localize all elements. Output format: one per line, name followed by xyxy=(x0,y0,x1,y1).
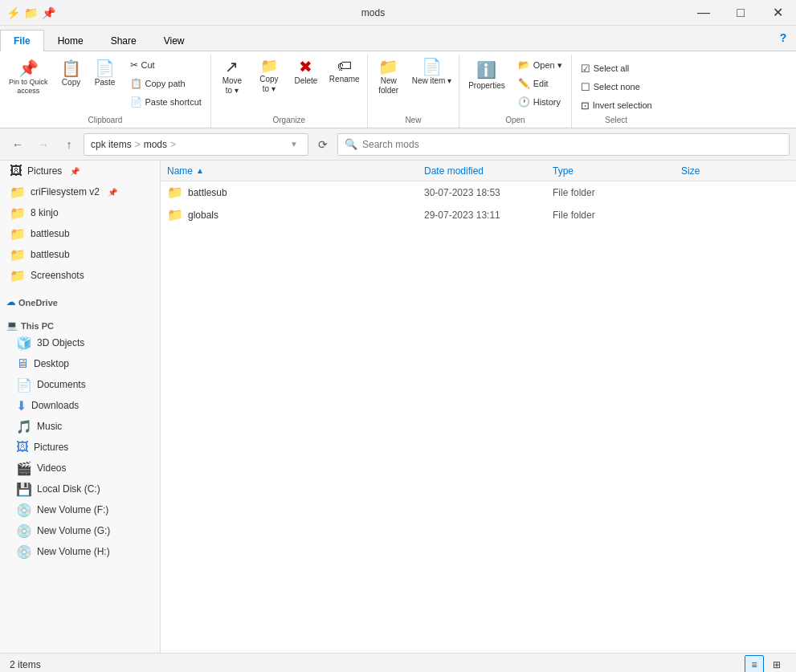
statusbar: 2 items ≡ ⊞ xyxy=(0,653,796,672)
window-title: mods xyxy=(61,7,685,18)
organize-buttons: ↗ Moveto ▾ 📁 Copyto ▾ ✖ Delete 🏷 Rename xyxy=(214,56,364,114)
open-label: Open xyxy=(463,114,568,126)
cut-button[interactable]: ✂ Cut xyxy=(125,56,207,74)
folder-icon: 📁 xyxy=(10,226,26,242)
sidebar-section-thispc[interactable]: 💻 This PC xyxy=(0,316,160,332)
rename-button[interactable]: 🏷 Rename xyxy=(325,56,364,87)
pictures2-icon: 🖼 xyxy=(16,440,29,454)
folder-icon: 📁 xyxy=(167,207,183,222)
tab-share[interactable]: Share xyxy=(97,30,150,51)
select-all-button[interactable]: ☑ Select all xyxy=(575,59,658,77)
edit-button[interactable]: ✏️ Edit xyxy=(512,75,568,92)
filelist-body: 📁 battlesub 30-07-2023 18:53 File folder… xyxy=(161,181,796,653)
sidebar-item-3d-objects[interactable]: 🧊 3D Objects xyxy=(0,332,160,353)
sidebar-item-desktop[interactable]: 🖥 Desktop xyxy=(0,353,160,374)
pin-quick-access-button[interactable]: 📌 Pin to Quickaccess xyxy=(3,56,54,100)
history-button[interactable]: 🕐 History xyxy=(512,93,568,111)
tab-file[interactable]: File xyxy=(0,30,44,51)
copy-button[interactable]: 📋 Copy xyxy=(55,56,88,92)
folder-icon: 📁 xyxy=(10,268,26,283)
desktop-icon: 🖥 xyxy=(16,356,29,371)
search-input[interactable] xyxy=(362,139,782,150)
sidebar-item-battlesub2[interactable]: 📁 battlesub xyxy=(0,244,160,265)
refresh-button[interactable]: ⟳ xyxy=(312,133,334,156)
copy-path-button[interactable]: 📋 Copy path xyxy=(125,75,207,92)
organize-label: Organize xyxy=(214,114,364,126)
forward-button[interactable]: → xyxy=(32,133,55,156)
new-label: New xyxy=(371,114,455,126)
sidebar-item-documents[interactable]: 📄 Documents xyxy=(0,374,160,395)
col-header-type[interactable]: Type xyxy=(546,161,675,181)
new-item-icon: 📄 xyxy=(422,59,442,75)
ribbon-group-organize: ↗ Moveto ▾ 📁 Copyto ▾ ✖ Delete 🏷 Rename … xyxy=(211,55,368,128)
copy-to-button[interactable]: 📁 Copyto ▾ xyxy=(251,56,287,96)
delete-icon: ✖ xyxy=(299,59,312,75)
up-button[interactable]: ↑ xyxy=(58,133,80,156)
sidebar-item-screenshots[interactable]: 📁 Screenshots xyxy=(0,265,160,286)
properties-button[interactable]: ℹ️ Properties xyxy=(463,56,511,95)
view-details-button[interactable]: ≡ xyxy=(745,655,764,673)
move-to-button[interactable]: ↗ Moveto ▾ xyxy=(214,56,250,98)
invert-selection-icon: ⊡ xyxy=(581,100,590,112)
sidebar-item-videos[interactable]: 🎬 Videos xyxy=(0,458,160,479)
new-folder-icon: 📁 xyxy=(378,59,398,75)
file-type-globals: File folder xyxy=(546,204,675,226)
open-button[interactable]: 📂 Open ▾ xyxy=(512,56,568,74)
sidebar-item-new-volume-h[interactable]: 💿 New Volume (H:) xyxy=(0,541,160,562)
paste-icon: 📄 xyxy=(95,60,115,76)
table-row[interactable]: 📁 globals 29-07-2023 13:11 File folder xyxy=(161,204,796,226)
open-icon: 📂 xyxy=(518,59,530,71)
maximize-button[interactable]: □ xyxy=(722,0,759,26)
col-header-name[interactable]: Name ▲ xyxy=(161,161,418,181)
delete-button[interactable]: ✖ Delete xyxy=(288,56,324,88)
breadcrumb-item-cpk[interactable]: cpk items xyxy=(91,139,132,150)
copy-path-icon: 📋 xyxy=(130,78,142,89)
file-type-battlesub: File folder xyxy=(546,181,675,203)
music-icon: 🎵 xyxy=(16,419,32,434)
back-button[interactable]: ← xyxy=(6,133,29,156)
paste-shortcut-button[interactable]: 📄 Paste shortcut xyxy=(125,93,207,111)
folder-icon: 📁 xyxy=(10,206,26,221)
sidebar-item-8kinjo[interactable]: 📁 8 kinjo xyxy=(0,202,160,223)
file-size-battlesub xyxy=(675,181,755,203)
new-folder-button[interactable]: 📁 Newfolder xyxy=(371,56,406,98)
tab-view[interactable]: View xyxy=(150,30,198,51)
sidebar-item-battlesub1[interactable]: 📁 battlesub xyxy=(0,223,160,244)
edit-icon: ✏️ xyxy=(518,78,530,89)
close-button[interactable]: ✕ xyxy=(759,0,796,26)
titlebar: ⚡ 📁 📌 mods — □ ✕ xyxy=(0,0,796,26)
view-large-icons-button[interactable]: ⊞ xyxy=(767,655,786,673)
file-date-globals: 29-07-2023 13:11 xyxy=(418,204,546,226)
sidebar-item-crifile[interactable]: 📁 criFilesystem v2 📌 xyxy=(0,181,160,202)
search-icon: 🔍 xyxy=(345,138,357,150)
col-header-size[interactable]: Size xyxy=(675,161,755,181)
sidebar-item-pictures[interactable]: 🖼 Pictures 📌 xyxy=(0,161,160,181)
titlebar-app-icons: ⚡ 📁 📌 xyxy=(0,6,61,19)
new-buttons: 📁 Newfolder 📄 New item ▾ xyxy=(371,56,455,114)
table-row[interactable]: 📁 battlesub 30-07-2023 18:53 File folder xyxy=(161,181,796,204)
minimize-button[interactable]: — xyxy=(685,0,722,26)
invert-selection-button[interactable]: ⊡ Invert selection xyxy=(575,96,658,114)
window-controls: — □ ✕ xyxy=(685,0,796,26)
sidebar-item-pictures2[interactable]: 🖼 Pictures xyxy=(0,437,160,458)
paste-button[interactable]: 📄 Paste xyxy=(89,56,121,92)
file-size-globals xyxy=(675,204,755,226)
new-item-button[interactable]: 📄 New item ▾ xyxy=(408,56,455,88)
ribbon: 📌 Pin to Quickaccess 📋 Copy 📄 Paste ✂ Cu… xyxy=(0,51,796,128)
breadcrumb[interactable]: cpk items > mods > ▼ xyxy=(84,133,308,156)
sidebar-item-local-disk[interactable]: 💾 Local Disk (C:) xyxy=(0,479,160,499)
cut-icon: ✂ xyxy=(130,59,138,71)
sidebar-item-downloads[interactable]: ⬇ Downloads xyxy=(0,395,160,416)
sidebar-section-onedrive[interactable]: ☁ OneDrive xyxy=(0,292,160,309)
select-none-button[interactable]: ☐ Select none xyxy=(575,78,658,96)
sidebar-item-new-volume-g[interactable]: 💿 New Volume (G:) xyxy=(0,520,160,541)
sidebar-item-new-volume-f[interactable]: 💿 New Volume (F:) xyxy=(0,499,160,520)
sidebar-item-music[interactable]: 🎵 Music xyxy=(0,416,160,437)
ribbon-group-new: 📁 Newfolder 📄 New item ▾ New xyxy=(368,55,459,128)
downloads-icon: ⬇ xyxy=(16,398,27,413)
breadcrumb-item-mods[interactable]: mods xyxy=(144,139,167,150)
help-button[interactable]: ? xyxy=(770,25,796,51)
sort-arrow: ▲ xyxy=(196,166,204,175)
tab-home[interactable]: Home xyxy=(44,30,97,51)
col-header-date[interactable]: Date modified xyxy=(418,161,546,181)
